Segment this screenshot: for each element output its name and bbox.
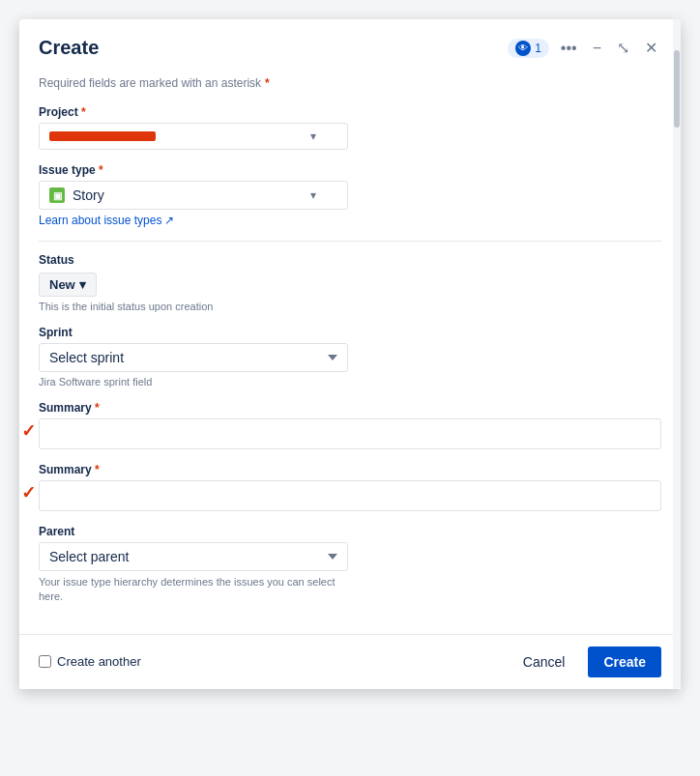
- sprint-select[interactable]: Select sprint: [39, 343, 348, 372]
- learn-issue-types-link[interactable]: Learn about issue types ↗: [39, 214, 661, 227]
- scrollbar-thumb: [674, 50, 680, 128]
- create-issue-modal: Create 👁 1 ••• − ⤡ ✕: [19, 19, 681, 689]
- issue-type-chevron-icon: ▾: [310, 188, 316, 202]
- status-hint: This is the initial status upon creation: [39, 301, 661, 312]
- issue-type-label: Issue type *: [39, 163, 661, 177]
- project-select[interactable]: ▾: [39, 123, 348, 150]
- minimize-button[interactable]: −: [589, 36, 605, 61]
- parent-hint: Your issue type hierarchy determines the…: [39, 575, 348, 605]
- footer-left: Create another: [39, 654, 141, 669]
- story-type-icon: ▣: [49, 187, 65, 203]
- summary1-label: Summary *: [39, 401, 661, 415]
- sprint-hint: Jira Software sprint field: [39, 376, 661, 388]
- modal-header: Create 👁 1 ••• − ⤡ ✕: [19, 19, 681, 69]
- modal-footer: Create another Cancel Create: [19, 634, 681, 689]
- more-options-button[interactable]: •••: [557, 36, 581, 61]
- close-icon: ✕: [645, 39, 657, 57]
- create-button[interactable]: Create: [588, 647, 661, 677]
- create-another-checkbox[interactable]: [39, 655, 51, 668]
- watcher-badge[interactable]: 👁 1: [508, 39, 549, 58]
- summary2-label: Summary *: [39, 463, 661, 476]
- summary2-input[interactable]: [39, 480, 661, 511]
- modal-title: Create: [39, 37, 99, 59]
- watcher-count: 1: [535, 42, 541, 55]
- required-note: Required fields are marked with an aster…: [39, 76, 661, 90]
- project-chevron-icon: ▾: [310, 129, 316, 143]
- project-field-group: Project * ▾: [39, 105, 661, 150]
- ellipsis-icon: •••: [561, 40, 577, 57]
- scrollbar-track[interactable]: [673, 19, 681, 689]
- parent-field-group: Parent Select parent Your issue type hie…: [39, 525, 661, 605]
- required-asterisk: *: [265, 76, 270, 90]
- sprint-field-group: Sprint Select sprint Jira Software sprin…: [39, 326, 661, 388]
- status-label: Status: [39, 253, 661, 267]
- eye-icon: 👁: [515, 41, 531, 56]
- summary2-group: ✓ Summary *: [39, 463, 661, 511]
- expand-icon: ⤡: [617, 39, 629, 57]
- project-redacted-value: [49, 131, 156, 141]
- parent-select[interactable]: Select parent: [39, 542, 348, 571]
- status-value: New: [49, 277, 75, 292]
- summary1-input[interactable]: [39, 418, 661, 449]
- summary1-error-icon: ✓: [21, 420, 36, 442]
- modal-body: Required fields are marked with an aster…: [19, 69, 681, 634]
- status-chevron-icon: ▾: [79, 277, 86, 292]
- external-link-icon: ↗: [164, 214, 174, 227]
- status-section: Status New ▾ This is the initial status …: [39, 253, 661, 312]
- minimize-icon: −: [593, 40, 601, 57]
- form-divider: [39, 241, 661, 242]
- issue-type-select[interactable]: ▣ Story ▾: [39, 181, 348, 210]
- header-actions: 👁 1 ••• − ⤡ ✕: [508, 35, 661, 61]
- issue-type-select-wrapper: ▣ Story ▾: [39, 181, 348, 210]
- cancel-button[interactable]: Cancel: [508, 647, 581, 677]
- sprint-label: Sprint: [39, 326, 661, 339]
- issue-type-value: Story: [73, 187, 303, 203]
- close-button[interactable]: ✕: [641, 35, 661, 61]
- parent-label: Parent: [39, 525, 661, 538]
- issue-type-field-group: Issue type * ▣ Story ▾ Learn about issue…: [39, 163, 661, 227]
- expand-button[interactable]: ⤡: [613, 35, 633, 61]
- status-badge-button[interactable]: New ▾: [39, 273, 97, 297]
- footer-right: Cancel Create: [508, 647, 661, 677]
- project-label: Project *: [39, 105, 661, 119]
- summary1-group: ✓ Summary *: [39, 401, 661, 449]
- summary2-error-icon: ✓: [21, 482, 36, 503]
- create-another-label[interactable]: Create another: [39, 654, 141, 669]
